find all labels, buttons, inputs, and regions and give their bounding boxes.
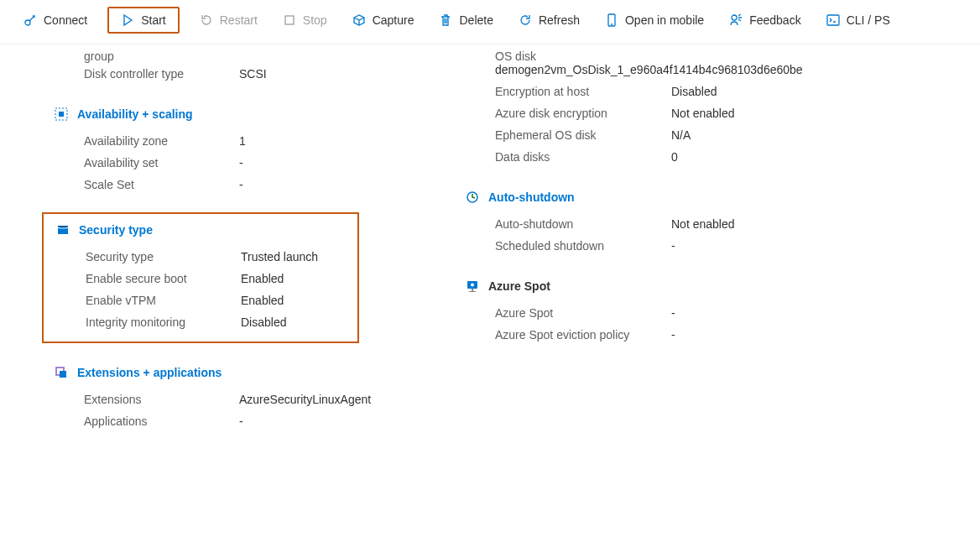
row-auto-shutdown: Auto-shutdown Not enabled <box>495 213 948 235</box>
refresh-button[interactable]: Refresh <box>513 10 585 30</box>
feedback-label: Feedback <box>749 13 800 27</box>
row-security-type: Security type Trusted launch <box>86 246 349 268</box>
connect-icon <box>23 13 37 27</box>
cli-label: CLI / PS <box>847 13 890 27</box>
group-azure-spot: Azure Spot Azure Spot - Azure Spot evict… <box>495 279 948 346</box>
open-mobile-button[interactable]: Open in mobile <box>600 10 709 30</box>
stop-label: Stop <box>303 13 327 27</box>
label: Integrity monitoring <box>86 315 241 329</box>
group-extensions: Extensions + applications Extensions Azu… <box>42 365 478 432</box>
stop-button: Stop <box>278 10 332 30</box>
svg-rect-12 <box>60 371 66 378</box>
feedback-button[interactable]: Feedback <box>724 10 805 30</box>
row-avail-set: Availability set - <box>84 152 478 174</box>
group-title: Azure Spot <box>488 279 550 293</box>
svg-rect-1 <box>285 16 294 24</box>
row-spot-eviction: Azure Spot eviction policy - <box>495 324 948 346</box>
group-header-security[interactable]: Security type <box>55 222 153 237</box>
mobile-icon <box>605 13 618 27</box>
right-column: OS disk demogen2vm_OsDisk_1_e960a4f1414b… <box>478 44 948 432</box>
group-title: Availability + scaling <box>77 107 193 121</box>
security-icon <box>55 222 70 237</box>
extensions-icon <box>54 365 69 380</box>
availability-icon <box>54 107 69 122</box>
label: Applications <box>84 414 239 428</box>
left-column: group Disk controller type SCSI Availabi… <box>0 44 478 432</box>
capture-icon <box>352 13 366 27</box>
group-title: Security type <box>79 223 153 237</box>
row-vtpm: Enable vTPM Enabled <box>86 289 349 311</box>
stop-icon <box>283 13 296 27</box>
partial-group-label: group <box>42 44 478 63</box>
row-eph: Ephemeral OS disk N/A <box>495 124 948 146</box>
value: - <box>671 328 675 341</box>
label: Ephemeral OS disk <box>495 128 671 142</box>
capture-button[interactable]: Capture <box>347 10 420 30</box>
delete-label: Delete <box>459 13 493 27</box>
group-auto-shutdown: Auto-shutdown Auto-shutdown Not enabled … <box>495 190 948 257</box>
group-header-extensions[interactable]: Extensions + applications <box>54 365 222 380</box>
label: Encryption at host <box>495 85 671 98</box>
start-label: Start <box>141 13 166 27</box>
cli-button[interactable]: CLI / PS <box>821 10 895 30</box>
svg-rect-7 <box>59 112 64 117</box>
group-header-auto-shutdown[interactable]: Auto-shutdown <box>465 190 575 205</box>
value: demogen2vm_OsDisk_1_e960a4f1414b4c968103… <box>495 63 948 76</box>
open-mobile-label: Open in mobile <box>625 13 704 27</box>
label: Availability set <box>84 156 239 169</box>
row-os-disk-value: demogen2vm_OsDisk_1_e960a4f1414b4c968103… <box>495 63 948 81</box>
row-data-disks: Data disks 0 <box>495 146 948 168</box>
label: Enable secure boot <box>86 272 241 285</box>
value: - <box>239 414 243 428</box>
row-spot: Azure Spot - <box>495 302 948 324</box>
label: Availability zone <box>84 134 239 148</box>
label: Azure disk encryption <box>495 107 671 120</box>
row-extensions: Extensions AzureSecurityLinuxAgent <box>84 388 478 410</box>
value: SCSI <box>239 67 267 81</box>
value: 0 <box>671 150 678 164</box>
properties-pane: group Disk controller type SCSI Availabi… <box>0 44 980 449</box>
label: Azure Spot <box>495 306 671 320</box>
row-enc-host: Encryption at host Disabled <box>495 81 948 102</box>
label: Data disks <box>495 150 671 164</box>
restart-icon <box>200 13 213 27</box>
connect-label: Connect <box>44 13 87 27</box>
label: Auto-shutdown <box>495 217 671 231</box>
feedback-icon <box>729 13 743 27</box>
row-avail-zone: Availability zone 1 <box>84 130 478 152</box>
value: - <box>671 306 675 320</box>
delete-button[interactable]: Delete <box>434 10 498 30</box>
label: Scale Set <box>84 178 239 191</box>
group-availability: Availability + scaling Availability zone… <box>42 107 478 196</box>
row-scale-set: Scale Set - <box>84 174 478 196</box>
value: Not enabled <box>671 107 735 120</box>
connect-button[interactable]: Connect <box>18 10 92 30</box>
svg-rect-8 <box>58 228 68 234</box>
svg-rect-5 <box>827 15 839 25</box>
value: Not enabled <box>671 217 735 231</box>
row-disk-controller: Disk controller type SCSI <box>84 63 478 85</box>
label: Security type <box>86 250 241 263</box>
value: N/A <box>671 128 691 142</box>
row-applications: Applications - <box>84 410 478 432</box>
trash-icon <box>439 13 452 27</box>
label: Disk controller type <box>84 67 239 81</box>
refresh-icon <box>519 13 532 27</box>
row-secure-boot: Enable secure boot Enabled <box>86 268 349 289</box>
value: Enabled <box>241 294 284 307</box>
os-disk-partial-label: OS disk <box>495 44 948 63</box>
value: - <box>671 239 675 253</box>
row-sched-shutdown: Scheduled shutdown - <box>495 235 948 257</box>
value: - <box>239 178 243 191</box>
cli-icon <box>826 13 840 27</box>
start-button[interactable]: Start <box>107 7 180 34</box>
restart-label: Restart <box>220 13 258 27</box>
label: Enable vTPM <box>86 294 241 307</box>
row-integrity: Integrity monitoring Disabled <box>86 311 349 333</box>
value: Disabled <box>241 315 286 329</box>
group-header-availability[interactable]: Availability + scaling <box>54 107 193 122</box>
value: - <box>239 156 243 169</box>
value: Trusted launch <box>241 250 318 263</box>
label: Azure Spot eviction policy <box>495 328 671 341</box>
svg-point-4 <box>732 15 737 20</box>
